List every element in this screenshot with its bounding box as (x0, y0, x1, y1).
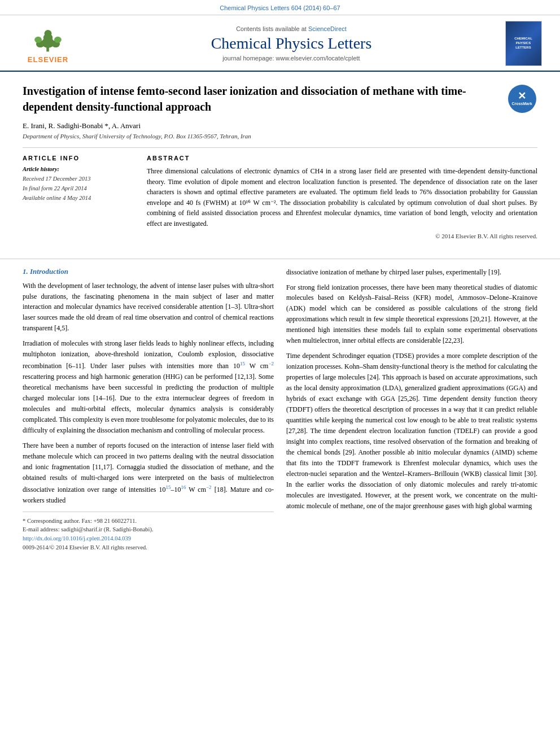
received-date: Received 17 December 2013 (23, 174, 135, 184)
elsevier-tree-icon (28, 23, 68, 54)
footnote-section: * Corresponding author. Fax: +98 21 6602… (23, 512, 274, 552)
email-note: E-mail address: sadighi@sharif.ir (R. Sa… (23, 525, 274, 534)
right-paragraph-1: dissociative ionization of methane by ch… (286, 267, 537, 278)
abstract-header: ABSTRACT (147, 155, 537, 161)
available-online-date: Available online 4 May 2014 (23, 194, 135, 203)
intro-paragraph-3: There have been a number of reports focu… (23, 440, 274, 506)
homepage-label: journal homepage: www.elsevier.com/locat… (222, 55, 360, 62)
intro-paragraph-1: With the development of laser technology… (23, 281, 274, 334)
corresponding-author-note: * Corresponding author. Fax: +98 21 6602… (23, 517, 274, 526)
cover-title-text: CHEMICAL PHYSICS LETTERS (508, 37, 539, 50)
journal-title-block: Contents lists available at ScienceDirec… (85, 25, 498, 62)
abstract-panel: ABSTRACT Three dimensional calculations … (147, 155, 537, 239)
final-form-date: In final form 22 April 2014 (23, 184, 135, 194)
article-info-header: ARTICLE INFO (23, 155, 135, 161)
right-paragraph-3: Time dependent Schrodinger equation (TDS… (286, 351, 537, 511)
sciencedirect-link[interactable]: ScienceDirect (308, 25, 347, 32)
elsevier-logo: ELSEVIER (28, 23, 68, 64)
publisher-logo: ELSEVIER (11, 23, 85, 64)
article-info-panel: ARTICLE INFO Article history: Received 1… (23, 155, 135, 239)
info-abstract-block: ARTICLE INFO Article history: Received 1… (23, 147, 537, 239)
crossmark-label: CrossMark (511, 101, 532, 107)
body-columns: 1. Introduction With the development of … (23, 267, 537, 552)
affiliation-line: Department of Physics, Sharif University… (23, 133, 537, 139)
crossmark-symbol: ✕ (518, 91, 526, 101)
copyright-notice: © 2014 Elsevier B.V. All rights reserved… (147, 233, 537, 239)
journal-citation: Chemical Physics Letters 604 (2014) 60–6… (220, 5, 340, 11)
section-divider (0, 259, 560, 259)
intro-section-title: 1. Introduction (23, 267, 274, 276)
svg-point-7 (54, 37, 62, 43)
journal-cover-image: CHEMICAL PHYSICS LETTERS (498, 21, 549, 66)
article-title-text: Investigation of intense femto-second la… (23, 85, 466, 113)
right-column: dissociative ionization of methane by ch… (286, 267, 537, 552)
authors-text: E. Irani, R. Sadighi-Bonabi *, A. Anvari (23, 121, 141, 130)
issn-notice: 0009-2614/© 2014 Elsevier B.V. All right… (23, 543, 274, 552)
crossmark-icon: ✕ CrossMark (508, 85, 536, 113)
article-body: 1. Introduction With the development of … (0, 267, 560, 552)
svg-point-3 (45, 30, 52, 37)
intro-paragraph-2: Irradiation of molecules with strong las… (23, 338, 274, 436)
journal-header: ELSEVIER Contents lists available at Sci… (0, 15, 560, 72)
abstract-body: Three dimensional calculations of electr… (147, 166, 537, 229)
journal-cover-thumbnail: CHEMICAL PHYSICS LETTERS (505, 21, 542, 66)
article-header: Investigation of intense femto-second la… (0, 72, 560, 251)
svg-point-6 (34, 37, 42, 43)
article-title: Investigation of intense femto-second la… (23, 83, 537, 115)
history-label: Article history: (23, 166, 135, 172)
sciencedirect-label: Contents lists available at (236, 25, 307, 32)
journal-homepage: journal homepage: www.elsevier.com/locat… (85, 55, 498, 62)
doi-link[interactable]: http://dx.doi.org/10.1016/j.cplett.2014.… (23, 535, 131, 541)
journal-main-title: Chemical Physics Letters (85, 34, 498, 53)
elsevier-brand-text: ELSEVIER (28, 55, 68, 64)
authors-line: E. Irani, R. Sadighi-Bonabi *, A. Anvari (23, 121, 537, 130)
left-column: 1. Introduction With the development of … (23, 267, 274, 552)
sciencedirect-line: Contents lists available at ScienceDirec… (85, 25, 498, 32)
right-paragraph-2: For strong field ionization processes, t… (286, 282, 537, 347)
crossmark-badge[interactable]: ✕ CrossMark (506, 83, 537, 114)
journal-citation-bar: Chemical Physics Letters 604 (2014) 60–6… (0, 0, 560, 15)
